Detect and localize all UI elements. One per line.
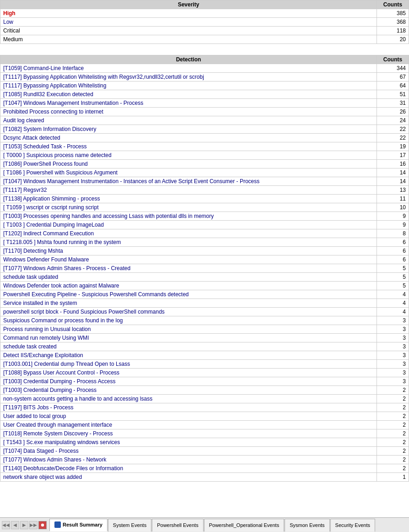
detection-name[interactable]: [T1077] Windows Admin Shares - Process -… xyxy=(0,264,377,273)
detection-name[interactable]: [T1082] System Information Discovery xyxy=(0,125,377,134)
detection-count: 2 xyxy=(377,386,409,395)
detection-name[interactable]: network share object was added xyxy=(0,473,377,482)
detection-name[interactable]: [T1047] Windows Management Instrumentati… xyxy=(0,99,377,108)
detection-count: 4 xyxy=(377,308,409,316)
detection-count: 14 xyxy=(377,177,409,186)
detection-count: 6 xyxy=(377,255,409,264)
detection-name[interactable]: [T1170] Detecting Mshta xyxy=(0,247,377,255)
detection-name[interactable]: [T1077] Windows Admin Shares - Network xyxy=(0,456,377,464)
severity-name: High xyxy=(0,9,377,18)
detection-name[interactable]: [T1003] Credential Dumping - Process Acc… xyxy=(0,377,377,386)
detection-count: 6 xyxy=(377,247,409,255)
detection-name[interactable]: powershell script block - Found Suspicio… xyxy=(0,308,377,316)
detection-count: 3 xyxy=(377,334,409,342)
detection-count: 1 xyxy=(377,473,409,482)
detection-name[interactable]: [T1047] Windows Management Instrumentati… xyxy=(0,177,377,186)
severity-name: Medium xyxy=(0,35,377,44)
detection-name[interactable]: User added to local group xyxy=(0,412,377,421)
detection-count: 17 xyxy=(377,151,409,160)
detection-count: 16 xyxy=(377,160,409,168)
detection-name[interactable]: Windows Defender Found Malware xyxy=(0,255,377,264)
detection-count: 2 xyxy=(377,421,409,429)
detection-count: 3 xyxy=(377,351,409,360)
detection-count: 3 xyxy=(377,360,409,369)
detection-count: 8 xyxy=(377,229,409,238)
detection-name[interactable]: [T1074] Data Staged - Process xyxy=(0,447,377,456)
detection-name[interactable]: Audit log cleared xyxy=(0,116,377,125)
detection-header: Detection xyxy=(0,55,377,64)
detection-count: 2 xyxy=(377,438,409,447)
severity-count: 118 xyxy=(377,27,409,35)
detection-name[interactable]: [ T1086 ] Powershell with Suspicious Arg… xyxy=(0,168,377,177)
detection-count: 2 xyxy=(377,464,409,473)
detection-count: 26 xyxy=(377,108,409,116)
detection-name[interactable]: [T1003] Credential Dumping - Process xyxy=(0,386,377,395)
detection-name[interactable]: [T1138] Application Shimming - process xyxy=(0,195,377,203)
detection-name[interactable]: schedule task updated xyxy=(0,273,377,282)
detection-name[interactable]: [ T1003 ] Credential Dumping ImageLoad xyxy=(0,221,377,229)
detection-count: 2 xyxy=(377,429,409,438)
detection-name[interactable]: [T1053] Scheduled Task - Process xyxy=(0,142,377,151)
detection-name[interactable]: [T1003] Processes opening handles and ac… xyxy=(0,212,377,221)
main-content: Severity Counts High 385 Low 368 Critica… xyxy=(0,0,409,504)
detection-name[interactable]: schedule task created xyxy=(0,342,377,351)
detection-count: 3 xyxy=(377,316,409,325)
detection-name[interactable]: [T1088] Bypass User Account Control - Pr… xyxy=(0,369,377,377)
detection-name[interactable]: [T1018] Remote System Discovery - Proces… xyxy=(0,429,377,438)
detection-name[interactable]: [T1117] Bypassing Application Whitelisti… xyxy=(0,81,377,90)
detection-name[interactable]: Suspicious Command or process found in t… xyxy=(0,316,377,325)
detection-name[interactable]: Detect IIS/Exchange Exploitation xyxy=(0,351,377,360)
detection-count: 3 xyxy=(377,342,409,351)
severity-header: Severity xyxy=(0,0,377,9)
detection-name[interactable]: [T1117] Regsvr32 xyxy=(0,186,377,195)
detection-count: 24 xyxy=(377,116,409,125)
detection-name[interactable]: [ T1218.005 ] Mshta found running in the… xyxy=(0,238,377,247)
severity-counts-header: Counts xyxy=(377,0,409,9)
detection-name[interactable]: Process running in Unusual location xyxy=(0,325,377,334)
detection-name[interactable]: Command run remotely Using WMI xyxy=(0,334,377,342)
detection-count: 2 xyxy=(377,447,409,456)
detection-count: 3 xyxy=(377,325,409,334)
spacer xyxy=(0,46,409,55)
detection-table: Detection Counts [T1059] Command-Line In… xyxy=(0,55,409,482)
detection-count: 64 xyxy=(377,81,409,90)
detection-name[interactable]: User Created through management interfac… xyxy=(0,421,377,429)
detection-name[interactable]: Prohibited Process connecting to interne… xyxy=(0,108,377,116)
detection-count: 5 xyxy=(377,273,409,282)
detection-name[interactable]: [ T0000 ] Suspicious process name detect… xyxy=(0,151,377,160)
detection-name[interactable]: [T1140] Deobfuscate/Decode Files or Info… xyxy=(0,464,377,473)
detection-name[interactable]: [ T1059 ] wscript or cscript runing scri… xyxy=(0,203,377,212)
detection-count: 5 xyxy=(377,264,409,273)
severity-count: 385 xyxy=(377,9,409,18)
detection-count: 344 xyxy=(377,64,409,73)
detection-counts-header: Counts xyxy=(377,55,409,64)
detection-count: 11 xyxy=(377,195,409,203)
detection-count: 3 xyxy=(377,369,409,377)
detection-name[interactable]: [T1202] Indirect Command Execution xyxy=(0,229,377,238)
detection-name[interactable]: [ T1543 ] Sc.exe manipulating windows se… xyxy=(0,438,377,447)
detection-name[interactable]: [T1197] BITS Jobs - Process xyxy=(0,403,377,412)
detection-count: 4 xyxy=(377,299,409,308)
detection-name[interactable]: [T1059] Command-Line Interface xyxy=(0,64,377,73)
detection-count: 31 xyxy=(377,99,409,108)
detection-count: 2 xyxy=(377,395,409,403)
detection-name[interactable]: [T1117] Bypassing Application Whitelisti… xyxy=(0,73,377,81)
detection-name[interactable]: [T1086] PowerShell Process found xyxy=(0,160,377,168)
detection-count: 67 xyxy=(377,73,409,81)
detection-name[interactable]: non-system accounts getting a handle to … xyxy=(0,395,377,403)
severity-count: 368 xyxy=(377,18,409,27)
detection-count: 2 xyxy=(377,403,409,412)
detection-name[interactable]: Windows Defender took action against Mal… xyxy=(0,282,377,290)
detection-name[interactable]: Dcsync Attack detected xyxy=(0,134,377,142)
detection-name[interactable]: [T1085] Rundll32 Execution detected xyxy=(0,90,377,99)
detection-count: 3 xyxy=(377,377,409,386)
detection-count: 9 xyxy=(377,212,409,221)
detection-count: 19 xyxy=(377,142,409,151)
detection-count: 22 xyxy=(377,134,409,142)
detection-name[interactable]: [T1003.001] Credential dump Thread Open … xyxy=(0,360,377,369)
detection-name[interactable]: Powershell Executing Pipeline - Suspicio… xyxy=(0,290,377,299)
detection-count: 13 xyxy=(377,186,409,195)
detection-name[interactable]: Service installed in the system xyxy=(0,299,377,308)
detection-count: 22 xyxy=(377,125,409,134)
detection-count: 2 xyxy=(377,412,409,421)
